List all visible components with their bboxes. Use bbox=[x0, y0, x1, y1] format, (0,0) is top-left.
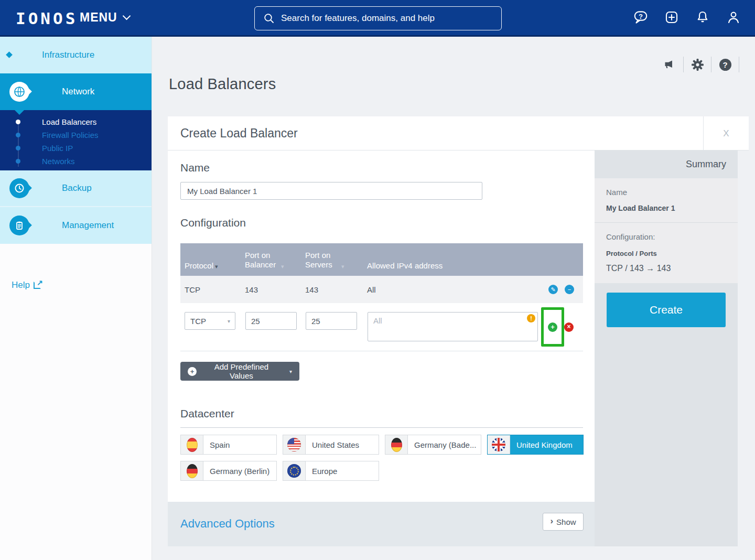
allowed-ipv4-textarea[interactable] bbox=[368, 312, 538, 341]
name-section-heading: Name bbox=[180, 161, 210, 174]
show-advanced-button[interactable]: › Show bbox=[543, 513, 584, 531]
search-input[interactable]: Search for features, domains, and help bbox=[254, 6, 502, 30]
summary-name-label: Name bbox=[606, 188, 726, 197]
page-toolbar: ? bbox=[663, 57, 746, 72]
sort-caret-icon: ▾ bbox=[281, 263, 284, 270]
sidebar-item-load-balancers[interactable]: Load Balancers bbox=[0, 115, 152, 128]
summary-protocol-ports-value: TCP / 143 → 143 bbox=[606, 264, 726, 273]
management-icon bbox=[9, 216, 29, 235]
show-label: Show bbox=[556, 518, 576, 526]
user-icon bbox=[726, 9, 741, 25]
sort-caret-icon: ▾ bbox=[341, 263, 344, 270]
summary-heading: Summary bbox=[595, 150, 738, 178]
help-link[interactable]: Help ↗ bbox=[12, 280, 41, 290]
column-header-protocol[interactable]: Protocol ▾ bbox=[180, 243, 241, 276]
sidebar-item-label: Network bbox=[62, 87, 94, 97]
divider bbox=[739, 57, 739, 72]
ionos-cloud-panel: IONOS MENU Search for features, domains,… bbox=[0, 0, 755, 560]
plus-square-icon bbox=[664, 9, 680, 25]
sort-caret-icon: ▾ bbox=[215, 263, 218, 270]
sidebar-item-public-ip[interactable]: Public IP bbox=[0, 142, 152, 155]
confirm-add-rule-button[interactable]: + bbox=[548, 322, 557, 332]
create-load-balancer-form: Name Configuration Protocol ▾ Port on Ba… bbox=[168, 150, 595, 502]
page-title: Load Balancers bbox=[169, 76, 276, 93]
chevron-down-icon: ▾ bbox=[228, 318, 230, 324]
datacenter-option-united-kingdom[interactable]: United Kingdom bbox=[487, 435, 584, 455]
advanced-options-link[interactable]: Advanced Options bbox=[180, 517, 275, 531]
chevron-down-icon bbox=[122, 12, 131, 20]
bullet-icon bbox=[16, 120, 20, 124]
announcements-button[interactable] bbox=[663, 58, 676, 71]
cancel-rule-button[interactable]: × bbox=[564, 322, 574, 332]
x-icon: × bbox=[567, 323, 570, 330]
account-button[interactable] bbox=[726, 9, 741, 25]
submenu-label: Networks bbox=[42, 157, 75, 166]
column-header-port-on-balancer[interactable]: Port on Balancer ▾ bbox=[241, 243, 301, 276]
search-placeholder: Search for features, domains, and help bbox=[281, 13, 435, 24]
chat-question-icon: ? bbox=[633, 9, 649, 25]
port-on-balancer-input[interactable] bbox=[245, 312, 297, 330]
sidebar-item-network[interactable]: Network bbox=[0, 73, 152, 110]
sidebar-item-management[interactable]: Management bbox=[0, 207, 152, 244]
notifications-button[interactable] bbox=[695, 9, 710, 25]
ionos-logo[interactable]: IONOS bbox=[16, 9, 78, 28]
sidebar-item-label: Management bbox=[62, 220, 114, 231]
configuration-section-heading: Configuration bbox=[180, 217, 246, 229]
summary-panel: Summary Name My Load Balancer 1 Configur… bbox=[595, 150, 738, 546]
close-button[interactable]: X bbox=[703, 116, 749, 150]
protocol-select[interactable]: TCP ▾ bbox=[185, 312, 235, 330]
add-product-button[interactable] bbox=[664, 9, 680, 25]
datacenter-option-germany-baden[interactable]: Germany (Bade... bbox=[385, 435, 481, 455]
datacenter-option-label: United States bbox=[306, 435, 379, 454]
network-submenu: Load Balancers Firewall Policies Public … bbox=[0, 110, 152, 170]
datacenter-option-label: Germany (Berlin) bbox=[203, 461, 276, 480]
feedback-chat-button[interactable]: ? bbox=[633, 9, 649, 25]
divider bbox=[711, 57, 711, 72]
page-help-button[interactable]: ? bbox=[718, 58, 732, 71]
megaphone-icon bbox=[663, 58, 676, 71]
chevron-right-icon: › bbox=[550, 516, 553, 526]
table-header: Protocol ▾ Port on Balancer ▾ Port on Se… bbox=[180, 243, 583, 276]
question-circle-icon: ? bbox=[719, 59, 731, 71]
edit-row-button[interactable]: ✎ bbox=[548, 285, 558, 294]
cell-protocol: TCP bbox=[180, 285, 241, 294]
minus-icon: − bbox=[568, 286, 571, 293]
sidebar-item-backup[interactable]: Backup bbox=[0, 170, 152, 207]
remove-row-button[interactable]: − bbox=[565, 285, 574, 294]
divider bbox=[180, 427, 583, 428]
search-icon bbox=[263, 13, 275, 24]
uk-flag-icon bbox=[492, 438, 505, 451]
create-button[interactable]: Create bbox=[607, 293, 726, 327]
datacenter-option-germany-berlin[interactable]: Germany (Berlin) bbox=[180, 461, 277, 481]
topbar: IONOS MENU Search for features, domains,… bbox=[0, 0, 755, 37]
divider bbox=[683, 57, 684, 72]
add-predefined-values-button[interactable]: + Add Predefined Values ▾ bbox=[180, 362, 299, 381]
submenu-notch bbox=[15, 110, 24, 115]
create-load-balancer-dialog-header: Create Load Balancer X bbox=[168, 116, 749, 150]
datacenter-option-united-states[interactable]: United States bbox=[283, 435, 379, 455]
sidebar-item-infrastructure[interactable]: Infrastructure bbox=[0, 37, 152, 73]
add-predefined-label: Add Predefined Values bbox=[202, 362, 281, 380]
submenu-label: Load Balancers bbox=[42, 117, 96, 126]
sidebar-item-networks[interactable]: Networks bbox=[0, 155, 152, 168]
datacenter-option-europe[interactable]: Europe bbox=[283, 461, 379, 481]
pencil-icon: ✎ bbox=[551, 286, 555, 293]
submenu-label: Public IP bbox=[42, 144, 73, 153]
name-input[interactable] bbox=[180, 182, 482, 200]
sidebar-item-label: Infrastructure bbox=[42, 50, 94, 60]
sidebar: Infrastructure Network Load Balancers Fi… bbox=[0, 37, 152, 560]
settings-button[interactable] bbox=[691, 58, 704, 71]
europe-flag-icon bbox=[287, 464, 301, 478]
svg-text:?: ? bbox=[639, 13, 643, 20]
menu-button[interactable]: MENU bbox=[80, 10, 130, 25]
bullet-icon bbox=[16, 146, 20, 150]
datacenter-option-spain[interactable]: Spain bbox=[180, 435, 277, 455]
port-on-servers-input[interactable] bbox=[306, 312, 357, 330]
summary-configuration-label: Configuration: bbox=[606, 232, 726, 241]
sidebar-item-firewall-policies[interactable]: Firewall Policies bbox=[0, 128, 152, 142]
infrastructure-icon bbox=[9, 45, 29, 65]
bell-icon bbox=[695, 9, 710, 25]
protocol-select-value: TCP bbox=[190, 317, 206, 326]
column-header-port-on-servers[interactable]: Port on Servers ▾ bbox=[301, 243, 363, 276]
bullet-icon bbox=[16, 159, 20, 164]
